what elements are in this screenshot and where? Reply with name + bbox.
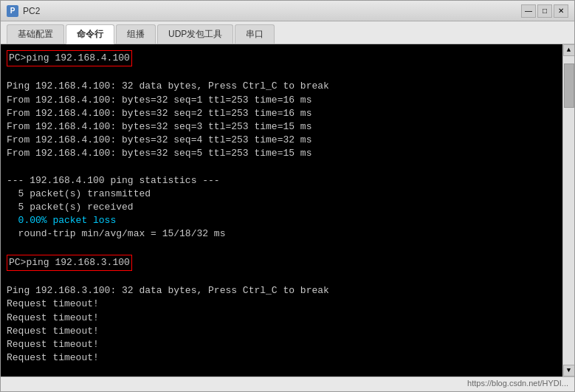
terminal-line: From 192.168.4.100: bytes=32 seq=2 ttl=2… [7,107,557,120]
terminal-line: Request timeout! [7,325,557,338]
terminal-line: Request timeout! [7,351,557,365]
scroll-up-button[interactable]: ▲ [563,44,575,56]
terminal-line: Ping 192.168.3.100: 32 data bytes, Press… [7,284,557,298]
tab-udp[interactable]: UDP发包工具 [157,24,233,44]
terminal-line-cyan: 0.00% packet loss [7,214,557,227]
title-bar-left: P PC2 [7,5,40,17]
tab-cmd[interactable]: 命令行 [66,24,114,44]
scroll-track[interactable] [563,56,574,365]
terminal-line: PC>ping 192.168.4.100 [7,50,557,66]
bottom-bar: https://blog.csdn.net/HYDI... [1,376,574,391]
terminal-line: From 192.168.4.100: bytes=32 seq=4 ttl=2… [7,134,557,147]
terminal-output[interactable]: PC>ping 192.168.4.100 Ping 192.168.4.100… [1,44,562,376]
scrollbar[interactable]: ▲ ▼ [562,44,574,376]
main-window: P PC2 — □ ✕ 基础配置 命令行 组播 UDP发包工具 串口 PC>pi… [0,0,575,392]
minimize-button[interactable]: — [521,4,536,18]
terminal-line [7,241,557,255]
tab-multicast[interactable]: 组播 [116,24,156,44]
tab-basic[interactable]: 基础配置 [7,24,64,44]
terminal-line: round-trip min/avg/max = 15/18/32 ms [7,227,557,241]
maximize-button[interactable]: □ [537,4,552,18]
terminal-line: 5 packet(s) transmitted [7,188,557,201]
cmd-highlight-2: PC>ping 192.168.3.100 [7,255,132,271]
terminal-line: PC>ping 192.168.3.100 [7,255,557,271]
scroll-thumb[interactable] [564,63,574,108]
terminal-line: From 192.168.4.100: bytes=32 seq=5 ttl=2… [7,147,557,160]
cmd-highlight: PC>ping 192.168.4.100 [7,50,132,66]
terminal-line: Request timeout! [7,312,557,325]
terminal-line [7,161,557,174]
tab-serial[interactable]: 串口 [235,24,275,44]
scroll-down-button[interactable]: ▼ [563,365,575,376]
content-area: PC>ping 192.168.4.100 Ping 192.168.4.100… [1,44,574,376]
terminal-line: From 192.168.4.100: bytes=32 seq=1 ttl=2… [7,94,557,107]
terminal-line: Request timeout! [7,298,557,311]
terminal-line: 5 packet(s) received [7,201,557,214]
terminal-line [7,271,557,284]
tab-bar: 基础配置 命令行 组播 UDP发包工具 串口 [1,21,574,44]
terminal-line [7,66,557,80]
terminal-line: From 192.168.4.100: bytes=32 seq=3 ttl=2… [7,120,557,134]
title-bar: P PC2 — □ ✕ [1,1,574,21]
close-button[interactable]: ✕ [554,4,568,18]
app-icon: P [7,5,18,17]
terminal-line [7,365,557,376]
terminal-line: Request timeout! [7,338,557,351]
window-title: PC2 [23,6,40,16]
terminal-line: --- 192.168.4.100 ping statistics --- [7,174,557,188]
window-controls: — □ ✕ [521,4,568,18]
terminal-line: Ping 192.168.4.100: 32 data bytes, Press… [7,80,557,93]
bottom-url: https://blog.csdn.net/HYDI... [467,379,568,388]
